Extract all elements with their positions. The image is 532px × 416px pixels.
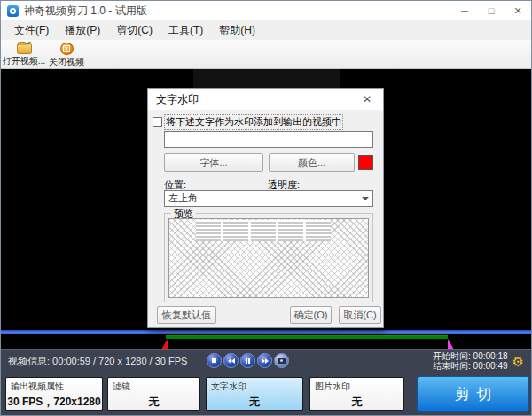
app-icon — [7, 5, 19, 17]
card-value: 30 FPS，720x1280 — [6, 395, 102, 410]
stop-icon — [212, 358, 216, 363]
window-controls: ─ □ ✕ — [451, 1, 531, 20]
fast-forward-button[interactable] — [257, 353, 272, 368]
timeline-selection-bar[interactable] — [166, 335, 448, 339]
pause-button[interactable] — [240, 353, 255, 368]
end-time-text: 结束时间: 00:00:49 — [433, 361, 507, 371]
open-folder-icon — [17, 43, 32, 54]
preview-watermark-strip — [196, 220, 331, 241]
timeline-start-marker[interactable] — [161, 339, 168, 349]
timeline-track[interactable] — [1, 330, 531, 334]
start-time-text: 开始时间: 00:00:18 — [433, 351, 507, 361]
minimize-icon[interactable]: ─ — [451, 1, 478, 20]
card-title: 输出视频属性 — [6, 378, 102, 393]
gear-icon[interactable]: ⚙ — [512, 355, 524, 368]
menu-bar: 文件(F) 播放(P) 剪切(C) 工具(T) 帮助(H) — [1, 20, 531, 40]
stop-button[interactable] — [207, 353, 222, 368]
enable-watermark-label: 将下述文字作为水印添加到输出的视频中 — [165, 115, 342, 129]
watermark-text-input[interactable] — [164, 131, 373, 148]
color-swatch — [358, 155, 373, 170]
window-title: 神奇视频剪刀 1.0 - 试用版 — [24, 4, 147, 19]
rewind-button[interactable] — [223, 353, 239, 368]
dialog-footer: 恢复默认值 确定(O) 取消(C) — [148, 302, 383, 328]
video-info-text: 视频信息: 00:00:59 / 720 x 1280 / 30 FPS — [8, 355, 187, 368]
bottom-panel-row: 输出视频属性 30 FPS，720x1280 滤镜 无 文字水印 无 图片水印 … — [1, 372, 531, 416]
timeline-end-marker[interactable] — [448, 339, 454, 349]
position-select[interactable]: 左上角 — [164, 190, 373, 207]
toolbar: 打开视频... ✕ 关闭视频 — [1, 40, 531, 69]
text-watermark-card[interactable]: 文字水印 无 — [206, 377, 303, 411]
menu-help[interactable]: 帮助(H) — [211, 21, 263, 40]
status-bar: 视频信息: 00:00:59 / 720 x 1280 / 30 FPS 开始时… — [1, 349, 531, 372]
enable-watermark-row: 将下述文字作为水印添加到输出的视频中 — [153, 115, 342, 129]
app-window: 神奇视频剪刀 1.0 - 试用版 ─ □ ✕ 文件(F) 播放(P) 剪切(C)… — [0, 0, 532, 416]
open-video-button[interactable]: 打开视频... — [3, 40, 45, 68]
output-properties-card[interactable]: 输出视频属性 30 FPS，720x1280 — [5, 377, 103, 411]
cancel-button[interactable]: 取消(C) — [339, 306, 381, 324]
position-selected-value: 左上角 — [168, 192, 198, 205]
snapshot-button[interactable] — [274, 353, 289, 368]
close-icon[interactable]: ✕ — [505, 1, 531, 20]
card-title: 图片水印 — [310, 378, 403, 393]
menu-cut[interactable]: 剪切(C) — [108, 21, 160, 40]
font-button[interactable]: 字体... — [164, 153, 263, 172]
dialog-title: 文字水印 — [156, 92, 199, 107]
card-value: 无 — [207, 395, 302, 410]
enable-watermark-checkbox[interactable] — [153, 117, 162, 127]
ok-button[interactable]: 确定(O) — [290, 306, 332, 324]
card-value: 无 — [108, 395, 200, 410]
playback-controls — [207, 353, 289, 368]
preview-groupbox: 预览 — [164, 213, 373, 302]
maximize-icon[interactable]: □ — [478, 1, 505, 20]
dialog-title-bar: 文字水印 ✕ — [148, 89, 383, 110]
camera-icon — [278, 358, 286, 364]
open-video-label: 打开视频... — [3, 55, 45, 67]
chevron-down-icon — [362, 197, 369, 200]
pause-icon — [246, 358, 250, 364]
close-video-label: 关闭视频 — [49, 56, 84, 68]
close-video-icon: ✕ — [60, 43, 74, 55]
image-watermark-card[interactable]: 图片水印 无 — [309, 377, 404, 411]
video-stage: 文字水印 ✕ 将下述文字作为水印添加到输出的视频中 字体... 颜色... 位置… — [1, 69, 531, 349]
color-button[interactable]: 颜色... — [269, 153, 355, 172]
cut-button[interactable]: 剪切 — [417, 376, 529, 412]
menu-file[interactable]: 文件(F) — [6, 21, 57, 40]
menu-play[interactable]: 播放(P) — [57, 21, 108, 40]
card-value: 无 — [310, 395, 403, 410]
dialog-body: 将下述文字作为水印添加到输出的视频中 字体... 颜色... 位置: 透明度: … — [148, 110, 383, 328]
text-watermark-dialog: 文字水印 ✕ 将下述文字作为水印添加到输出的视频中 字体... 颜色... 位置… — [147, 88, 384, 328]
restore-defaults-button[interactable]: 恢复默认值 — [157, 306, 216, 324]
menu-tools[interactable]: 工具(T) — [160, 21, 211, 40]
preview-canvas — [168, 218, 369, 298]
close-video-button[interactable]: ✕ 关闭视频 — [45, 40, 88, 68]
card-title: 滤镜 — [108, 378, 200, 393]
title-bar: 神奇视频剪刀 1.0 - 试用版 ─ □ ✕ — [1, 1, 531, 20]
time-range: 开始时间: 00:00:18 结束时间: 00:00:49 — [433, 351, 507, 371]
filter-card[interactable]: 滤镜 无 — [107, 377, 200, 411]
dialog-close-icon[interactable]: ✕ — [359, 91, 375, 107]
card-title: 文字水印 — [207, 378, 302, 393]
